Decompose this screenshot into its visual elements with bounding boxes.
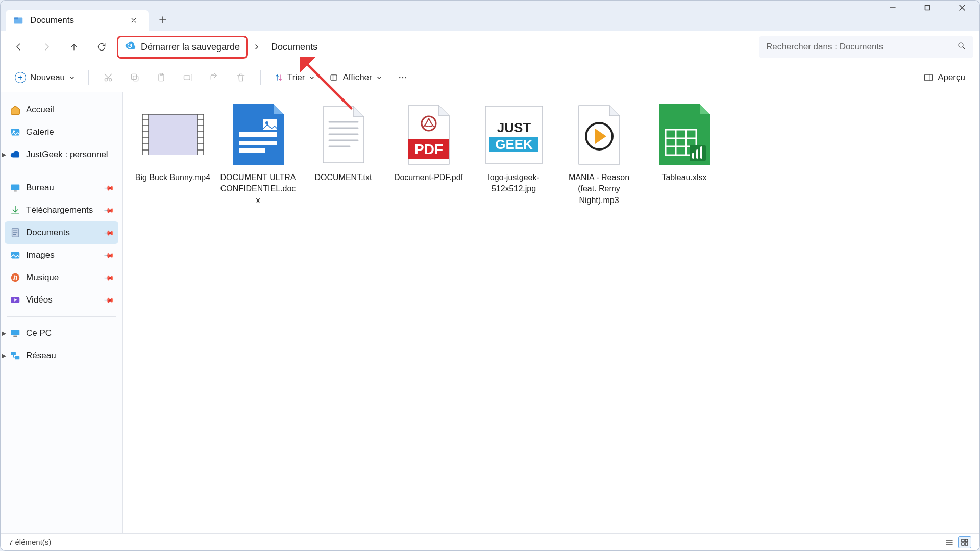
breadcrumb-documents[interactable]: Documents — [266, 39, 323, 56]
svg-rect-6 — [133, 76, 138, 81]
view-button[interactable]: Afficher — [324, 67, 387, 88]
view-icon — [329, 73, 338, 82]
sidebar-label: Vidéos — [26, 295, 53, 305]
svg-rect-36 — [263, 119, 277, 130]
svg-rect-34 — [239, 141, 277, 145]
sidebar-item-gallery[interactable]: Galerie — [5, 121, 118, 143]
svg-rect-33 — [239, 132, 277, 137]
svg-rect-7 — [131, 74, 136, 79]
new-button[interactable]: + Nouveau — [10, 67, 80, 88]
sidebar-item-documents[interactable]: Documents 📌 — [5, 221, 118, 244]
images-icon — [10, 249, 21, 261]
back-button[interactable] — [7, 36, 31, 58]
chevron-down-icon — [309, 74, 315, 81]
svg-rect-15 — [925, 74, 933, 81]
new-label: Nouveau — [30, 72, 65, 83]
maximize-button[interactable] — [910, 1, 945, 15]
new-tab-button[interactable] — [153, 10, 173, 30]
pin-icon: 📌 — [104, 227, 115, 238]
sidebar-item-this-pc[interactable]: ▶ Ce PC — [5, 322, 118, 344]
svg-rect-27 — [13, 336, 17, 337]
copy-button[interactable] — [124, 67, 146, 88]
sidebar-item-images[interactable]: Images 📌 — [5, 244, 118, 266]
svg-rect-19 — [14, 191, 17, 192]
chevron-down-icon — [69, 74, 75, 81]
up-button[interactable] — [62, 36, 86, 58]
image-thumbnail-icon: JUST GEEK — [483, 102, 545, 168]
sidebar-label: Galerie — [26, 127, 54, 137]
pin-icon: 📌 — [104, 272, 115, 283]
sidebar-item-home[interactable]: Accueil — [5, 98, 118, 121]
file-list-area[interactable]: Big Buck Bunny.mp4 DOCUMENT ULTRA CONFID… — [123, 92, 979, 533]
svg-point-24 — [15, 278, 17, 280]
sidebar-item-onedrive[interactable]: ▶ JustGeek : personnel — [5, 143, 118, 166]
rename-button[interactable] — [177, 67, 199, 88]
pdf-icon: PDF — [398, 102, 459, 168]
sidebar-item-music[interactable]: Musique 📌 — [5, 266, 118, 289]
cut-button[interactable] — [97, 67, 119, 88]
breadcrumb-separator[interactable] — [251, 44, 263, 50]
svg-text:PDF: PDF — [414, 141, 443, 157]
search-input[interactable] — [766, 42, 952, 52]
sidebar-item-downloads[interactable]: Téléchargements 📌 — [5, 199, 118, 221]
tab-documents[interactable]: Documents — [6, 10, 149, 31]
file-name: Document-PDF.pdf — [394, 172, 463, 183]
file-item-xlsx[interactable]: Tableau.xlsx — [645, 102, 724, 206]
svg-rect-31 — [142, 114, 149, 155]
txt-icon — [313, 102, 374, 168]
sidebar-label: Musique — [26, 272, 59, 283]
file-item-video[interactable]: Big Buck Bunny.mp4 — [133, 102, 212, 206]
share-button[interactable] — [203, 67, 226, 88]
start-backup-label: Démarrer la sauvegarde — [141, 42, 240, 53]
cloud-backup-icon — [125, 40, 136, 54]
file-grid: Big Buck Bunny.mp4 DOCUMENT ULTRA CONFID… — [133, 102, 969, 206]
tab-close-button[interactable] — [128, 15, 139, 26]
toolbar-separator — [88, 70, 89, 85]
forward-button[interactable] — [34, 36, 59, 58]
delete-button[interactable] — [230, 67, 252, 88]
svg-rect-35 — [239, 148, 265, 153]
more-button[interactable] — [391, 67, 414, 88]
preview-pane-button[interactable]: Aperçu — [918, 67, 970, 88]
window-controls — [875, 1, 979, 15]
file-item-docx[interactable]: DOCUMENT ULTRA CONFIDENTIEL.docx — [218, 102, 298, 206]
gallery-icon — [10, 127, 21, 138]
icons-view-button[interactable] — [958, 536, 971, 548]
start-backup-button[interactable]: Démarrer la sauvegarde — [117, 36, 248, 59]
minimize-button[interactable] — [875, 1, 910, 15]
refresh-button[interactable] — [89, 36, 114, 58]
search-box[interactable] — [759, 36, 973, 58]
svg-point-23 — [13, 278, 15, 280]
svg-rect-28 — [11, 352, 16, 355]
sidebar-item-videos[interactable]: Vidéos 📌 — [5, 289, 118, 311]
file-item-mp3[interactable]: MANIA - Reason (feat. Remy Night).mp3 — [559, 102, 639, 206]
svg-point-12 — [399, 77, 401, 78]
paste-button[interactable] — [150, 67, 173, 88]
svg-rect-29 — [15, 356, 19, 359]
view-switcher — [943, 536, 971, 548]
file-item-txt[interactable]: DOCUMENT.txt — [304, 102, 383, 206]
close-window-button[interactable] — [945, 1, 979, 15]
file-item-jpg[interactable]: JUST GEEK logo-justgeek-512x512.jpg — [474, 102, 553, 206]
navigation-sidebar: Accueil Galerie ▶ JustGeek : personnel B… — [1, 92, 123, 533]
svg-rect-49 — [962, 539, 964, 542]
file-name: MANIA - Reason (feat. Remy Night).mp3 — [559, 172, 639, 206]
sidebar-item-network[interactable]: ▶ Réseau — [5, 344, 118, 367]
file-name: DOCUMENT ULTRA CONFIDENTIEL.docx — [218, 172, 298, 206]
tab-title: Documents — [30, 15, 122, 26]
documents-folder-icon — [13, 15, 24, 26]
sidebar-item-desktop[interactable]: Bureau 📌 — [5, 177, 118, 199]
svg-rect-10 — [184, 75, 190, 79]
audio-icon — [569, 102, 630, 168]
sidebar-label: JustGeek : personnel — [26, 149, 108, 160]
sort-button[interactable]: Trier — [269, 67, 320, 88]
cloud-icon — [10, 149, 21, 160]
svg-rect-32 — [198, 114, 204, 155]
chevron-down-icon — [376, 74, 382, 81]
preview-pane-icon — [923, 72, 934, 83]
sidebar-label: Images — [26, 250, 55, 260]
svg-rect-2 — [925, 6, 930, 10]
svg-point-22 — [11, 273, 20, 282]
file-item-pdf[interactable]: PDF Document-PDF.pdf — [389, 102, 468, 206]
details-view-button[interactable] — [943, 536, 956, 548]
